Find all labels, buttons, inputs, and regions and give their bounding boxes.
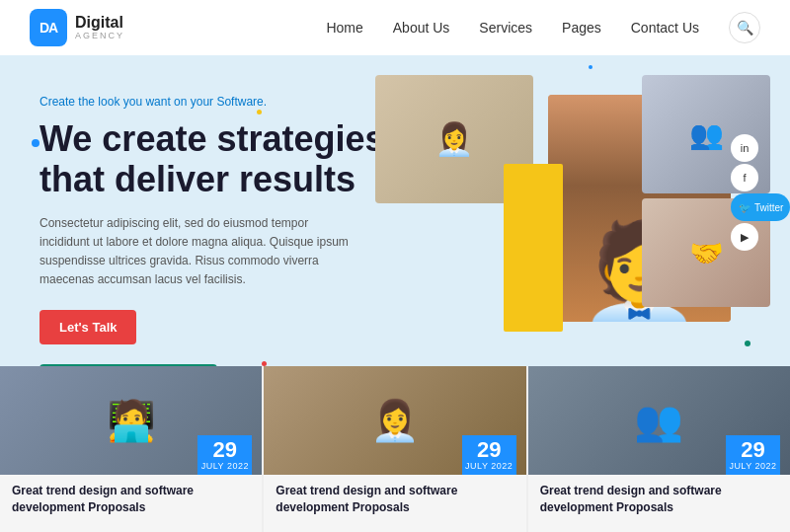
nav-about[interactable]: About Us [393,20,450,36]
facebook-icon[interactable]: f [731,164,758,191]
nav-contact[interactable]: Contact Us [631,20,699,36]
yellow-accent [504,164,563,332]
card-3: 👥 29 JULY 2022 Great trend design and so… [528,366,790,532]
linkedin-icon[interactable]: in [731,134,758,162]
card-2-image: 👩‍💼 29 JULY 2022 [264,366,525,475]
dot-dec2 [257,110,262,114]
logo-title: Digital [75,14,124,32]
card-3-month-year: JULY 2022 [726,461,780,471]
lets-talk-button[interactable]: Let's Talk [40,310,136,344]
dot-dec5 [589,65,592,69]
card-2-day: 29 [462,439,516,461]
card-3-title: Great trend design and software developm… [528,475,790,524]
hero-section: Create the look you want on your Softwar… [0,55,790,366]
twitter-icon[interactable]: 🐦 Twitter [731,193,790,221]
hero-content: Create the look you want on your Softwar… [40,85,385,366]
social-sidebar: in f 🐦 Twitter ▶ [731,134,790,251]
logo-text: Digital AGENCY [75,14,124,40]
card-2-date-badge: 29 JULY 2022 [462,435,516,475]
card-2: 👩‍💼 29 JULY 2022 Great trend design and … [264,366,527,532]
nav-services[interactable]: Services [479,20,532,36]
card-1: 🧑‍💻 29 JULY 2022 Great trend design and … [0,366,264,532]
cards-section: 🧑‍💻 29 JULY 2022 Great trend design and … [0,366,790,532]
dot-dec4 [745,341,750,346]
header: DA Digital AGENCY Home About Us Services… [0,0,790,55]
card-2-month-year: JULY 2022 [462,461,516,471]
card-1-month-year: JULY 2022 [198,461,252,471]
card-2-person-icon: 👩‍💼 [370,398,420,444]
main-nav: Home About Us Services Pages Contact Us … [326,12,760,43]
search-button[interactable]: 🔍 [729,12,760,43]
nav-home[interactable]: Home [326,20,362,36]
card-1-day: 29 [198,439,252,461]
logo-icon: DA [30,9,67,46]
twitter-bird-icon: 🐦 [739,202,750,213]
card-1-date-badge: 29 JULY 2022 [198,435,252,475]
card-3-person-icon: 👥 [634,398,683,444]
card-3-image: 👥 29 JULY 2022 [528,366,790,475]
card-2-title: Great trend design and software developm… [264,475,525,524]
youtube-icon[interactable]: ▶ [731,223,758,251]
card-1-image: 🧑‍💻 29 JULY 2022 [0,366,262,475]
card-1-title: Great trend design and software developm… [0,475,262,524]
card-3-date-badge: 29 JULY 2022 [726,435,780,475]
search-icon: 🔍 [737,20,753,36]
dot-dec [32,139,40,147]
nav-pages[interactable]: Pages [562,20,601,36]
logo-subtitle: AGENCY [75,32,124,41]
hero-title: We create strategies that deliver result… [40,118,385,200]
hero-tag: Create the look you want on your Softwar… [40,95,385,109]
logo: DA Digital AGENCY [30,9,124,46]
hero-description: Consectetur adipiscing elit, sed do eius… [40,214,356,290]
card-1-person-icon: 🧑‍💻 [107,398,156,444]
hero-images: 👩‍💼 🧑‍💼 👥 🤝 [415,75,731,351]
card-3-day: 29 [726,439,780,461]
